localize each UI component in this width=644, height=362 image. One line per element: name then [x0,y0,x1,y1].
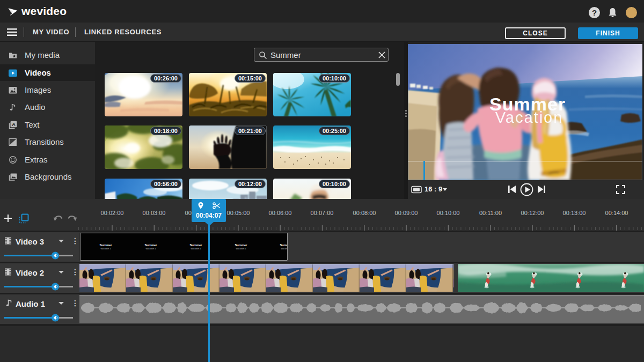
svg-text:Vacation 1: Vacation 1 [191,247,201,250]
svg-text:Vacation 1: Vacation 1 [100,247,111,250]
svg-text:Vacation 1: Vacation 1 [145,247,156,250]
svg-text:A: A [12,122,16,127]
svg-text:Summer: Summer [99,243,112,247]
svg-text:Summer: Summer [235,243,247,247]
svg-text:Vacation: Vacation [495,109,564,126]
svg-text:Vacation 1: Vacation 1 [281,247,287,250]
svg-text:Summer: Summer [280,243,287,247]
svg-text:Summer: Summer [189,243,202,247]
svg-text:Vacation 1: Vacation 1 [236,247,246,250]
svg-text:Summer: Summer [144,243,157,247]
